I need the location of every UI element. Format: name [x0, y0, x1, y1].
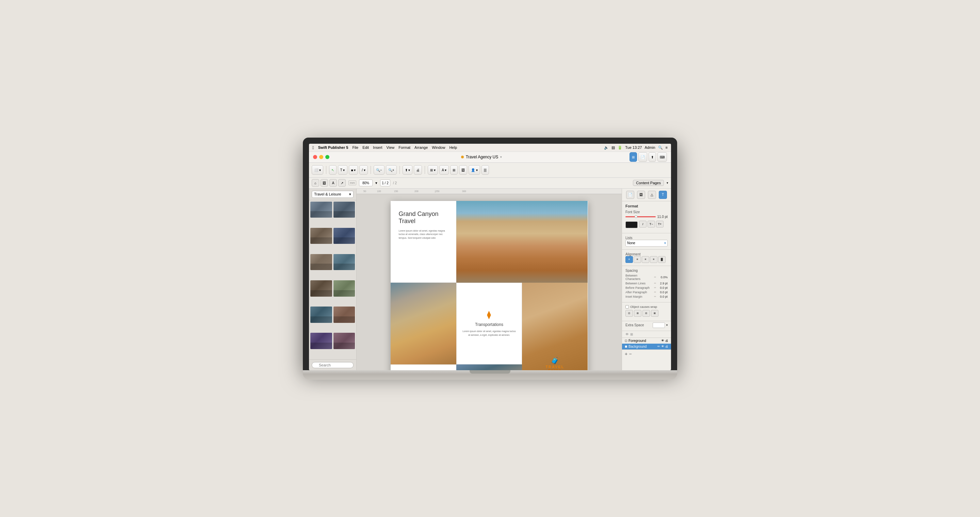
ruler-unit: mm: [348, 180, 356, 185]
font-size-thumb[interactable]: [635, 215, 637, 218]
table-btn[interactable]: ⊞: [450, 165, 458, 175]
apple-menu[interactable]: : [312, 145, 314, 150]
sep3: [399, 166, 400, 174]
remove-layer-btn[interactable]: −: [629, 351, 632, 357]
nav-home[interactable]: ⌂: [312, 179, 319, 187]
minimize-button[interactable]: [319, 155, 323, 159]
wrap-btn-1[interactable]: ⊡: [625, 310, 633, 317]
after-para-slider[interactable]: [654, 292, 656, 292]
zoom-in-btn[interactable]: 🔍+: [386, 165, 397, 175]
pointer-tool[interactable]: ↖: [329, 165, 337, 175]
text-plus-btn[interactable]: T+: [656, 221, 663, 228]
nav-img[interactable]: 🖼: [321, 179, 328, 187]
menu-format[interactable]: Format: [398, 145, 410, 150]
italic-btn[interactable]: I: [639, 221, 646, 228]
text-minus-btn[interactable]: T−: [648, 221, 655, 228]
share-btn[interactable]: ⬆: [649, 152, 656, 162]
select-tool[interactable]: ⬜ ▾: [312, 165, 323, 175]
menu-insert[interactable]: Insert: [373, 145, 382, 150]
thumbnail-6[interactable]: [334, 254, 355, 270]
text-tool[interactable]: T ▾: [338, 165, 347, 175]
search-icon[interactable]: 🔍: [658, 145, 663, 150]
thumbnail-10[interactable]: [334, 306, 355, 323]
menu-window[interactable]: Window: [432, 145, 445, 150]
zoom-out-btn[interactable]: 🔍−: [374, 165, 385, 175]
nav-style[interactable]: A: [329, 179, 337, 187]
nav-link[interactable]: ↗: [338, 179, 346, 187]
content-chevron: ▾: [667, 181, 668, 185]
align-center-btn[interactable]: ≡: [633, 256, 641, 263]
image-btn[interactable]: 🖼: [459, 165, 467, 175]
zoom-input[interactable]: [359, 179, 372, 186]
font-size-value: 11.0 pt: [657, 215, 668, 219]
page-input[interactable]: [380, 179, 390, 186]
layer-bg-edit-icon[interactable]: ✏: [657, 345, 660, 348]
thumbnail-2[interactable]: [334, 202, 355, 218]
layer-print-icon[interactable]: 🖨: [665, 339, 668, 342]
thumbnail-1[interactable]: [310, 202, 332, 218]
thumbnail-8[interactable]: [334, 280, 355, 297]
font-btn[interactable]: A ▾: [439, 165, 449, 175]
inset-margin-slider[interactable]: [654, 296, 656, 297]
content-pages-btn[interactable]: Content Pages: [633, 180, 664, 186]
color-swatch[interactable]: [625, 221, 638, 228]
wrap-btn-2[interactable]: ⊞: [634, 310, 641, 317]
wrap-btn-3[interactable]: ⊟: [643, 310, 650, 317]
grid-icon[interactable]: ⊞: [630, 332, 633, 336]
page-icon-btn[interactable]: 📄: [638, 152, 647, 162]
layer-bg-print-icon[interactable]: 🖨: [665, 345, 668, 348]
thumbnail-11[interactable]: [310, 333, 332, 349]
format-btn[interactable]: ⌨: [657, 152, 667, 162]
menu-view[interactable]: View: [387, 145, 395, 150]
thumbnail-7[interactable]: [310, 280, 332, 297]
thumbnail-4[interactable]: [334, 228, 355, 244]
shape-tool[interactable]: ■ ▾: [349, 165, 358, 175]
add-layer-btn[interactable]: +: [625, 351, 627, 357]
layer-eye-icon[interactable]: 👁: [661, 339, 664, 342]
spacing-label: Spacing: [625, 269, 668, 273]
line-tool[interactable]: / ▾: [360, 165, 368, 175]
thumbnail-9[interactable]: [310, 306, 332, 323]
between-lines-slider[interactable]: [654, 283, 656, 284]
print-btn[interactable]: 🖨: [414, 165, 422, 175]
layer-foreground[interactable]: ◻ Foreground 👁 🖨: [622, 338, 671, 344]
rp-img-btn[interactable]: 🖼: [637, 191, 645, 199]
before-para-slider[interactable]: [654, 287, 656, 288]
arrange-btn[interactable]: ⊞ ▾: [428, 165, 438, 175]
menu-edit[interactable]: Edit: [363, 145, 369, 150]
align-right-btn[interactable]: ≡: [642, 256, 649, 263]
thumbnail-12[interactable]: [334, 333, 355, 349]
thumbnail-3[interactable]: [310, 228, 332, 244]
rp-doc-btn[interactable]: 📄: [626, 191, 634, 199]
before-para-label: Before Paragraph: [625, 286, 653, 289]
font-size-track[interactable]: [625, 216, 656, 217]
zoom-button[interactable]: [325, 155, 329, 159]
search-input[interactable]: [312, 362, 353, 368]
canvas-area[interactable]: 50 100 150 200 |250 300 Grand Canyon Tra…: [356, 189, 622, 370]
insert-btn[interactable]: ⬆ ▾: [402, 165, 413, 175]
wrap-btn-4[interactable]: ⊠: [651, 310, 659, 317]
category-dropdown[interactable]: Travel & Leisure ▾: [312, 191, 353, 198]
lists-dropdown[interactable]: None ▾: [625, 240, 668, 247]
layer-bg-eye-icon[interactable]: 👁: [661, 345, 664, 348]
layer-background[interactable]: ◼ Background ✏ 👁 🖨: [622, 344, 671, 349]
extra-space-input[interactable]: [653, 322, 665, 328]
align-fill-btn[interactable]: ▓: [658, 256, 666, 263]
menu-arrange[interactable]: Arrange: [414, 145, 428, 150]
rp-text-btn[interactable]: T: [659, 191, 667, 199]
eye-icon[interactable]: 👁: [625, 332, 629, 336]
menu-help[interactable]: Help: [449, 145, 457, 150]
secondary-toolbar: ⌂ 🖼 A ↗ mm ▾ / 2 Content Pages ▾: [309, 178, 671, 189]
menu-icon[interactable]: ≡: [666, 145, 668, 150]
align-left-btn[interactable]: ≡: [625, 256, 633, 263]
close-button[interactable]: [313, 155, 317, 159]
align-justify-btn[interactable]: ≡: [650, 256, 657, 263]
wrap-checkbox[interactable]: [625, 305, 629, 309]
rp-shape-btn[interactable]: △: [648, 191, 656, 199]
thumbnail-5[interactable]: [310, 254, 332, 270]
between-chars-slider[interactable]: [654, 276, 656, 278]
barcode-btn[interactable]: |||: [482, 165, 489, 175]
menu-file[interactable]: File: [352, 145, 358, 150]
contact-btn[interactable]: 👤 ▾: [469, 165, 480, 175]
layout-btn[interactable]: ⊞: [630, 152, 637, 162]
